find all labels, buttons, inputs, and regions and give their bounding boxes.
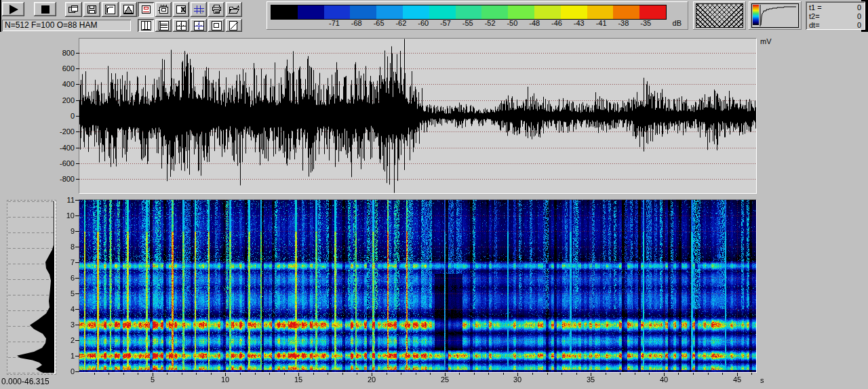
time-readout-value: 0: [857, 3, 861, 12]
axis-tick: [430, 373, 431, 375]
color-scale-segment: [613, 5, 639, 19]
color-scale-segment: [298, 5, 324, 19]
layout-window-button[interactable]: [208, 19, 224, 32]
cascade-windows-button[interactable]: [65, 2, 82, 17]
layout-horizontal-button[interactable]: [155, 19, 172, 32]
axis-tick: [75, 371, 79, 372]
color-scale-tick-label: -71: [324, 19, 344, 27]
open-file-button[interactable]: [226, 2, 242, 17]
capture-window-icon: [158, 5, 170, 14]
layout-grid-cross-icon: [193, 21, 205, 30]
axis-tick-label: 0: [60, 367, 75, 375]
layout-vertical-button[interactable]: [138, 19, 154, 32]
axis-tick: [576, 373, 577, 375]
axis-tick: [459, 373, 460, 375]
color-scale-segment: [456, 5, 482, 19]
color-scale-tick-label: -65: [369, 19, 389, 27]
color-scale-tick-label: -55: [458, 19, 478, 27]
pattern-box-button[interactable]: [693, 1, 746, 30]
axis-tick: [240, 373, 241, 375]
scale-settings-button[interactable]: s: [191, 2, 207, 17]
floppy-disk-icon: [86, 5, 98, 14]
axis-tick: [123, 373, 124, 375]
save-button[interactable]: [83, 2, 100, 17]
print-button[interactable]: [208, 2, 224, 17]
axis-tick: [76, 100, 79, 101]
play-button[interactable]: [2, 2, 24, 16]
waveform-canvas[interactable]: [79, 39, 756, 193]
time-readout-row: t1 =0: [806, 3, 865, 12]
axis-tick-label: 7: [60, 258, 75, 266]
axis-tick: [357, 373, 357, 375]
axis-tick: [76, 148, 79, 148]
axis-tick: [474, 373, 475, 375]
axis-tick: [75, 216, 79, 216]
axis-tick: [635, 373, 635, 375]
color-scale-segment: [508, 5, 534, 19]
axis-tick: [342, 373, 343, 375]
color-scale-bar: [271, 5, 667, 20]
color-scale-tick-label: -46: [547, 19, 567, 27]
axis-tick-label: 3: [60, 321, 75, 329]
color-scale-tick-label: -68: [347, 19, 367, 27]
color-scale-tick-label: -48: [524, 19, 545, 27]
time-readout-label: dt=: [809, 21, 820, 30]
axis-tick: [255, 373, 256, 375]
axis-tick: [76, 163, 79, 164]
waveform-plot[interactable]: [79, 38, 757, 194]
axis-tick: [75, 293, 79, 294]
axis-tick: [75, 309, 79, 310]
annotate-button[interactable]: [226, 19, 242, 32]
spectrogram-canvas[interactable]: [79, 200, 756, 372]
printer-icon: [211, 5, 222, 14]
axis-tick: [722, 373, 723, 375]
window-function-button[interactable]: [120, 2, 137, 17]
axis-tick: [488, 373, 489, 375]
pattern-settings-button[interactable]: [173, 2, 189, 17]
axis-tick: [416, 373, 416, 375]
axis-tick-label: -800: [50, 175, 75, 183]
axis-tick-label: 9: [60, 227, 75, 235]
gain-curve-icon: [104, 5, 116, 14]
crosshatch-pattern-icon: [696, 3, 743, 28]
time-readout-row: t2=0: [806, 12, 865, 21]
layout-grid-cross-button[interactable]: [191, 19, 207, 32]
color-scale-segment: [481, 5, 508, 19]
axis-tick: [94, 373, 95, 375]
display-window-icon: [140, 5, 152, 14]
axis-tick-label: 11: [60, 196, 75, 204]
waveform-unit-label: mV: [760, 37, 772, 45]
axis-tick: [693, 373, 694, 375]
display-settings-button[interactable]: [138, 2, 154, 17]
axis-tick-label: 600: [50, 64, 75, 73]
color-scale-panel: -71-68-65-62-60-57-55-52-50-48-46-43-41-…: [267, 1, 688, 30]
stop-button[interactable]: [34, 2, 56, 16]
capture-settings-button[interactable]: [155, 2, 172, 17]
axis-tick-label: 10: [215, 375, 235, 384]
time-readout-label: t2=: [809, 12, 820, 21]
color-scale-tick-label: -41: [591, 19, 612, 27]
color-scale-tick-label: -57: [435, 19, 456, 27]
time-readout-row: dt=0: [806, 21, 865, 30]
axis-tick-label: 45: [727, 375, 747, 384]
color-scale-tick-label: -38: [613, 19, 633, 27]
axis-tick-label: 40: [654, 375, 674, 384]
transfer-curve-button[interactable]: [749, 1, 802, 30]
axis-tick: [269, 373, 270, 375]
spectrogram-plot[interactable]: [79, 199, 757, 373]
layout-grid-button[interactable]: [173, 19, 189, 32]
axis-tick: [75, 325, 79, 325]
axis-tick: [76, 53, 79, 54]
axis-tick-label: -400: [50, 144, 75, 152]
cascade-windows-icon: [68, 5, 79, 14]
color-scale-segment: [639, 5, 666, 19]
axis-tick: [401, 373, 401, 375]
time-readout-panel: t1 =0t2=0dt=0: [806, 1, 865, 30]
gain-curve-button[interactable]: [102, 2, 119, 17]
axis-tick-label: 200: [50, 96, 75, 104]
color-scale-segment: [561, 5, 587, 19]
axis-tick: [387, 373, 387, 375]
axis-tick: [751, 373, 752, 375]
color-scale-unit: dB: [663, 19, 682, 27]
color-scale-tick-label: -43: [569, 19, 589, 27]
